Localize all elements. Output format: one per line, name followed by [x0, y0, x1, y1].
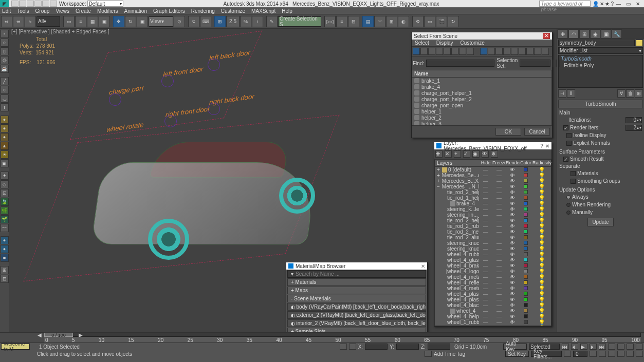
modifier-stack[interactable]: TurboSmooth Editable Poly [558, 55, 643, 88]
lt-teapot-icon[interactable]: ☕ [1, 65, 9, 73]
mat-item-1[interactable]: ◐ exterior_2 (VRayMtl) [back_left_door_g… [287, 311, 426, 319]
nav-orbit-icon[interactable] [627, 344, 634, 350]
hierarchy-tab-icon[interactable]: ⊞ [579, 29, 590, 39]
bind-spacewarp-icon[interactable]: ≈ [25, 16, 36, 27]
timeline-handle[interactable]: 0 / 100 [44, 333, 73, 337]
menu-animation[interactable]: Animation [124, 8, 146, 14]
open-icon[interactable] [19, 1, 26, 7]
select-manip-icon[interactable]: ↯ [188, 16, 199, 27]
viewport-label[interactable]: [+] [Perspective ] [Shaded + Edged Faces… [11, 29, 109, 34]
autokey-button[interactable]: Auto Key [503, 344, 527, 350]
matbrowser-maps-section[interactable]: + Maps [287, 287, 426, 294]
abs-rel-icon[interactable] [349, 344, 356, 350]
sfs-opt3-icon[interactable] [495, 48, 503, 55]
sfs-opt8-icon[interactable] [534, 48, 541, 55]
lt-torus-icon[interactable]: ◎ [1, 56, 9, 64]
layer-body[interactable]: +0 (default)——👁💡+Mercedes_Be...conf——👁💡+… [434, 167, 551, 326]
lt-helper7-icon[interactable]: 〰 [1, 224, 9, 232]
sfs-list-item[interactable]: helper_2 [412, 115, 551, 121]
modifier-list-select[interactable]: Modifier List▾ [558, 47, 643, 54]
layer-row[interactable]: wheel_4_rubber——👁💡 [435, 252, 551, 257]
sfs-opt5-icon[interactable] [511, 48, 518, 55]
sfs-list-item[interactable]: helper_3 [412, 121, 551, 126]
lt-cyl-icon[interactable]: ▯ [1, 47, 9, 55]
sfs-list[interactable]: brake_1brake_4charge_port_helper_1charge… [412, 78, 552, 126]
tl-right-icon[interactable]: ▶ [77, 333, 84, 337]
sfs-find-input[interactable] [426, 60, 494, 67]
sfs-filter6-icon[interactable] [451, 48, 458, 55]
timeline-track[interactable] [44, 333, 641, 337]
layer-new-icon[interactable]: ✚ [435, 150, 443, 158]
layer-row[interactable]: wheel_4_plastic——👁💡 [435, 291, 551, 297]
layer-row[interactable]: wheel_4_black_r——👁💡 [435, 302, 551, 308]
matbrowser-search-input[interactable]: Search by Name ... [287, 270, 426, 278]
lt-helper6-icon[interactable]: 🌱 [1, 215, 9, 223]
render-frame-icon[interactable]: ▭ [424, 16, 435, 27]
layer-row[interactable]: wheel_4——👁💡 [435, 308, 551, 314]
layer-row[interactable]: steering_lin..._2——👁💡 [435, 212, 551, 218]
layer-help-icon[interactable]: ? [540, 143, 543, 149]
nav-walk-icon[interactable] [627, 351, 634, 357]
x-input[interactable] [365, 344, 388, 350]
lt-sys3-icon[interactable]: ■ [1, 254, 9, 262]
sfs-close-button[interactable]: ✕ [543, 33, 550, 39]
sfs-ss3-icon[interactable] [559, 60, 560, 67]
menu-rendering[interactable]: Rendering [191, 8, 215, 14]
sfs-opt1-icon[interactable] [480, 48, 487, 55]
spinner-snap-icon[interactable]: ↕ [252, 16, 263, 27]
help-icon[interactable]: ? [611, 1, 614, 7]
layer-row[interactable]: wheel_4_logo——👁💡 [435, 269, 551, 274]
timetag-icon[interactable] [425, 351, 432, 357]
move-icon[interactable]: ✥ [113, 16, 124, 27]
mat-item-2[interactable]: ◐ interior_2 (VRayMtl) [back_left_door_b… [287, 319, 426, 327]
lt-helper2-icon[interactable]: ◇ [1, 180, 9, 188]
time-config-icon[interactable] [564, 351, 571, 357]
select-link-icon[interactable]: ⇔ [1, 16, 12, 27]
sfs-list-item[interactable]: charge_port_open [412, 102, 551, 108]
menu-edit[interactable]: Edit [2, 8, 11, 14]
layer-hl-icon[interactable]: ◉ [472, 150, 480, 158]
layer-row[interactable]: +Mercedes_Be...conf——👁💡 [435, 173, 551, 178]
lt-camera-icon[interactable]: ▣ [1, 159, 9, 167]
menu-grapheditors[interactable]: Graph Editors [153, 8, 185, 14]
select-object-icon[interactable]: ▭ [63, 16, 75, 27]
play-start-icon[interactable]: ⏮ [562, 344, 569, 350]
layer-row[interactable]: wheel_4_plastic——👁💡 [435, 297, 551, 302]
rollout-turbosmooth[interactable]: TurboSmooth [558, 100, 643, 108]
lt-light3-icon[interactable]: ● [1, 133, 9, 141]
tl-left-icon[interactable]: ◀ [36, 333, 43, 337]
sfs-filter5-icon[interactable] [444, 48, 451, 55]
lt-sys1-icon[interactable]: ● [1, 236, 9, 244]
menu-create[interactable]: Create [76, 8, 91, 14]
lt-light5-icon[interactable]: ☀ [1, 150, 9, 159]
angle-snap-icon[interactable]: 2 5 [226, 16, 240, 27]
display-tab-icon[interactable]: ▣ [601, 29, 611, 39]
sfs-opt9-icon[interactable] [542, 48, 549, 55]
help-search-input[interactable]: Type a keyword or phrase [539, 1, 591, 7]
matbrowser-close-icon[interactable]: ✕ [421, 263, 425, 269]
object-color-swatch[interactable] [636, 40, 643, 46]
mirror-icon[interactable]: ▷◁ [324, 16, 336, 27]
signin-icon[interactable]: 👤 [593, 1, 599, 7]
motion-tab-icon[interactable]: ◉ [590, 29, 600, 39]
sfs-list-item[interactable]: brake_1 [412, 78, 551, 84]
menu-help[interactable]: Help [282, 8, 292, 14]
unlink-icon[interactable]: ⇎ [13, 16, 24, 27]
remove-mod-icon[interactable]: 🗑 [626, 89, 634, 98]
nav-fov-icon[interactable] [608, 351, 615, 357]
lt-line-icon[interactable]: ╱ [1, 77, 9, 85]
smooth-result-check[interactable] [563, 157, 568, 162]
mat-item-0[interactable]: ◐ body (VRayCarPaintMtl) [back_left_door… [287, 303, 426, 311]
z-input[interactable] [428, 344, 450, 350]
lt-misc1-icon[interactable]: ⊞ [1, 266, 9, 274]
align-icon[interactable]: ≡ [336, 16, 347, 27]
configure-icon[interactable]: ⊞ [635, 89, 643, 98]
sfs-list-item[interactable]: brake_4 [412, 84, 551, 90]
explicit-check[interactable] [566, 141, 572, 146]
sfs-opt2-icon[interactable] [488, 48, 495, 55]
object-name-input[interactable] [558, 40, 635, 46]
matbrowser-materials-section[interactable]: + Materials [287, 278, 426, 286]
select-region-icon[interactable]: ▦ [87, 16, 98, 27]
snap-toggle-icon[interactable]: ⊞ [214, 16, 226, 27]
sfs-filter2-icon[interactable] [420, 48, 428, 55]
